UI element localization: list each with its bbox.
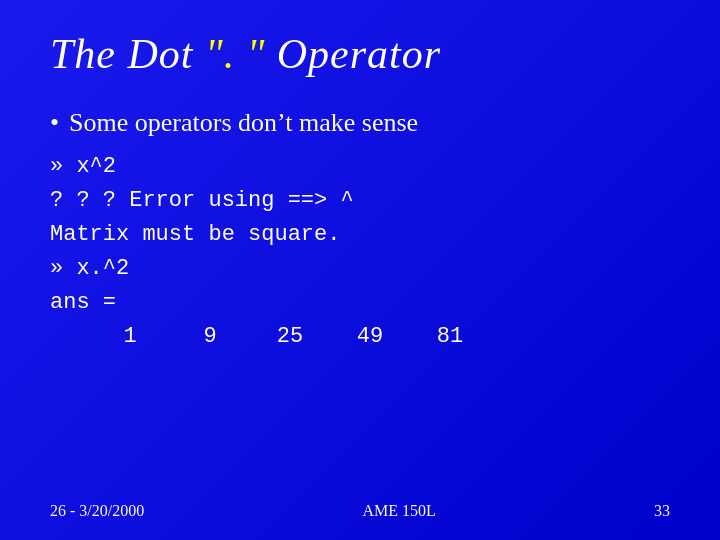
slide-title: The Dot ". " Operator	[50, 30, 670, 78]
code-line-1: » x^2	[50, 150, 670, 184]
code-block: » x^2 ? ? ? Error using ==> ^ Matrix mus…	[50, 150, 670, 320]
slide-content: • Some operators don’t make sense » x^2 …	[50, 106, 670, 492]
footer-page: 33	[654, 502, 670, 520]
code-line-5: ans =	[50, 286, 670, 320]
code-line-4: » x.^2	[50, 252, 670, 286]
bullet-dot: •	[50, 106, 59, 140]
number-3: 25	[250, 324, 330, 349]
title-operator: ". "	[205, 31, 265, 77]
number-5: 81	[410, 324, 490, 349]
footer: 26 - 3/20/2000 AME 150L 33	[50, 492, 670, 520]
slide: The Dot ". " Operator • Some operators d…	[0, 0, 720, 540]
numbers-row: 1 9 25 49 81	[50, 324, 670, 349]
bullet-text: Some operators don’t make sense	[69, 106, 418, 140]
bullet-item: • Some operators don’t make sense	[50, 106, 670, 140]
title-suffix: Operator	[265, 31, 441, 77]
footer-date: 26 - 3/20/2000	[50, 502, 144, 520]
code-line-3: Matrix must be square.	[50, 218, 670, 252]
footer-course: AME 150L	[362, 502, 435, 520]
number-1: 1	[90, 324, 170, 349]
number-4: 49	[330, 324, 410, 349]
code-line-2: ? ? ? Error using ==> ^	[50, 184, 670, 218]
number-2: 9	[170, 324, 250, 349]
title-prefix: The Dot	[50, 31, 205, 77]
